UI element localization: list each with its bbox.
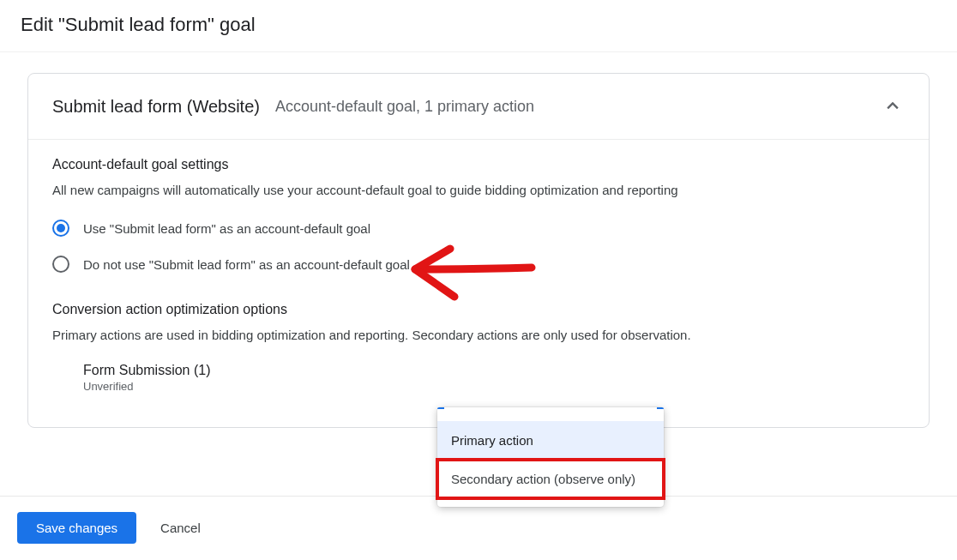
dropdown-item-primary[interactable]: Primary action	[437, 421, 664, 460]
default-goal-radio-group: Use "Submit lead form" as an account-def…	[52, 214, 905, 278]
radio-icon	[52, 256, 69, 273]
radio-use-default[interactable]: Use "Submit lead form" as an account-def…	[52, 214, 905, 242]
radio-do-not-use-default[interactable]: Do not use "Submit lead form" as an acco…	[52, 250, 905, 278]
cancel-button[interactable]: Cancel	[160, 521, 201, 535]
default-goal-heading: Account-default goal settings	[52, 157, 905, 172]
page-title: Edit "Submit lead form" goal	[21, 14, 936, 36]
radio-label: Do not use "Submit lead form" as an acco…	[83, 257, 410, 272]
action-type-dropdown[interactable]: Primary action Secondary action (observe…	[437, 407, 664, 507]
card-header[interactable]: Submit lead form (Website) Account-defau…	[28, 74, 929, 140]
card-body: Account-default goal settings All new ca…	[28, 140, 929, 427]
dropdown-item-secondary[interactable]: Secondary action (observe only)	[437, 460, 664, 498]
conversion-action-status: Unverified	[83, 380, 905, 393]
chevron-up-icon	[881, 94, 905, 118]
radio-label: Use "Submit lead form" as an account-def…	[83, 221, 370, 236]
page-header: Edit "Submit lead form" goal	[0, 0, 957, 52]
optimization-heading: Conversion action optimization options	[52, 302, 905, 317]
goal-card: Submit lead form (Website) Account-defau…	[27, 73, 930, 428]
default-goal-description: All new campaigns will automatically use…	[52, 183, 905, 197]
card-subtitle: Account-default goal, 1 primary action	[275, 98, 881, 116]
conversion-action-row: Form Submission (1) Unverified	[52, 359, 905, 393]
content-area: Submit lead form (Website) Account-defau…	[0, 52, 957, 428]
conversion-action-name: Form Submission (1)	[83, 363, 905, 378]
save-button[interactable]: Save changes	[17, 512, 136, 544]
card-title: Submit lead form (Website)	[52, 97, 260, 117]
radio-icon	[52, 220, 69, 237]
optimization-description: Primary actions are used in bidding opti…	[52, 328, 905, 342]
